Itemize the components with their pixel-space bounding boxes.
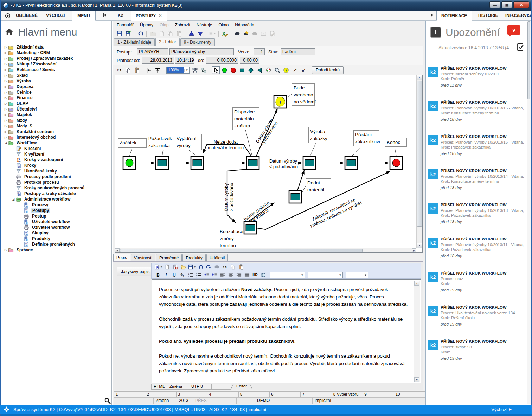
tab-oblibene[interactable]: OBLÍBENÉ xyxy=(11,11,42,20)
node-step-icon[interactable] xyxy=(238,66,246,74)
cut-icon[interactable]: ✂ xyxy=(115,66,123,74)
open-folder-icon[interactable] xyxy=(180,264,187,271)
fkey-8[interactable]: 8-Výběr vzoru xyxy=(332,391,363,397)
editor-vscrollbar[interactable]: ▲ ▼ xyxy=(414,281,420,382)
select-doc-icon[interactable]: ▼ xyxy=(154,264,163,271)
canvas-vscrollbar[interactable]: ▲ ▼ xyxy=(416,75,422,248)
folder-icon[interactable] xyxy=(8,45,14,50)
notification-item-8[interactable]: k2PŘIŠEL NOVÝ KROK WORKFLOWProces: Úkol … xyxy=(426,305,525,339)
num-list-icon[interactable]: 12 xyxy=(187,272,194,279)
sidebar-item-majetek[interactable]: ▷Majetek xyxy=(1,112,111,118)
sidebar-item-k-e-en-[interactable]: K řešení xyxy=(1,146,111,151)
sidebar-item-produkty[interactable]: 1234Produkty xyxy=(1,236,111,241)
flow-node-vyjadreni-vyroby[interactable] xyxy=(191,157,204,169)
cursor-icon[interactable] xyxy=(212,66,220,74)
expand-icon[interactable]: ▷ xyxy=(3,74,8,77)
scroll-up-icon[interactable]: ▲ xyxy=(417,75,422,80)
node-label-box[interactable]: Budevyrobenona vědomí xyxy=(292,84,316,106)
home-icon[interactable] xyxy=(5,28,14,36)
sidebar-item-ukon-en-kroky[interactable]: Ukončené kroky xyxy=(1,168,111,174)
folder-icon[interactable] xyxy=(8,118,14,123)
find-next-icon[interactable] xyxy=(242,30,250,38)
align-l-icon[interactable] xyxy=(219,272,226,279)
node-triangle-icon[interactable] xyxy=(256,66,264,74)
scroll-down-icon[interactable]: ▼ xyxy=(417,243,422,248)
magnifier-icon[interactable] xyxy=(273,66,281,74)
find-icon[interactable] xyxy=(213,264,220,271)
sidebar-item-v-roba[interactable]: ▷Výroba xyxy=(1,78,111,84)
table-icon[interactable]: 1234 xyxy=(24,208,29,213)
scroll-left-icon[interactable]: ◀ xyxy=(115,248,120,252)
bold-button[interactable]: B xyxy=(154,272,162,279)
tab-postupy-doc[interactable]: POSTUPY ✕ xyxy=(131,11,167,21)
node-decision-icon[interactable] xyxy=(264,66,273,74)
node-label-box[interactable]: Vyjádřenívýroby xyxy=(175,134,202,150)
menu-formular[interactable]: Formulář xyxy=(114,22,136,28)
align-c-icon[interactable] xyxy=(227,272,235,279)
align-r-icon[interactable] xyxy=(235,272,243,279)
table-icon[interactable]: 1234 xyxy=(24,202,29,208)
sidebar-item-postup[interactable]: Postup xyxy=(1,213,111,219)
dcopy-icon[interactable] xyxy=(124,66,132,74)
sidebar-item-celnice[interactable]: ▷Celnice xyxy=(1,89,111,95)
menu-nastroje[interactable]: Nástroje xyxy=(194,22,215,28)
collapse-icon[interactable]: ◢ xyxy=(11,198,16,201)
outdent-icon[interactable] xyxy=(203,272,210,279)
sidebar-item-postupy[interactable]: 1234Postupy xyxy=(1,208,111,213)
table-icon[interactable]: 1234 xyxy=(16,191,21,196)
search-icon[interactable] xyxy=(104,397,111,404)
node-info-icon[interactable]: i xyxy=(282,66,290,74)
detail-tab-produkty[interactable]: Produkty xyxy=(182,254,205,261)
vscroll-thumb[interactable] xyxy=(417,81,422,227)
sidebar-item-n-kup-z-sobov-n-[interactable]: ▷Nákup / Zásobování xyxy=(1,61,111,67)
funnel-icon[interactable] xyxy=(16,169,21,174)
poradi-kroku-button[interactable]: Pořadí kroků xyxy=(312,66,344,74)
form-tab-1[interactable]: 1 - Základní údaje xyxy=(114,38,155,46)
pencil-icon[interactable] xyxy=(16,146,21,151)
notification-item-9[interactable]: k2PŘIŠEL NOVÝ KROK WORKFLOWProces: skrip… xyxy=(426,339,525,373)
flow-node-konzultace-zmeny[interactable] xyxy=(244,221,257,234)
printer-icon[interactable] xyxy=(24,225,29,230)
expand-icon[interactable]: ▷ xyxy=(3,108,8,111)
sidebar-item-kontaktn-centrum[interactable]: ▷Kontaktní centrum xyxy=(1,129,111,134)
minimize-button[interactable]: ▬ xyxy=(489,1,500,8)
sidebar-item-kroky[interactable]: 1234Kroky xyxy=(1,163,111,168)
expand-icon[interactable]: ▷ xyxy=(3,51,8,55)
expand-icon[interactable]: ▷ xyxy=(3,125,8,128)
sidebar-item-reklamace-servis[interactable]: ▷Reklamace / Servis xyxy=(1,67,111,73)
menu-upravy[interactable]: Úpravy xyxy=(137,22,156,28)
expand-icon[interactable]: ▷ xyxy=(3,46,8,49)
notification-item-6[interactable]: k2PŘIŠEL NOVÝ KROK WORKFLOWProces: Pláno… xyxy=(426,237,525,271)
sidebar-item-sklad[interactable]: ▷Sklad xyxy=(1,73,111,78)
printer-icon[interactable] xyxy=(16,174,21,179)
fkey-5[interactable]: 5- xyxy=(238,391,269,397)
menu-zobrazit[interactable]: Zobrazit xyxy=(172,22,193,28)
sidebar-item-doprava[interactable]: ▷Doprava xyxy=(1,84,111,89)
table-icon[interactable]: 1234 xyxy=(24,236,29,241)
italic-button[interactable]: I xyxy=(162,272,170,279)
open-icon[interactable] xyxy=(149,30,156,38)
close-tab-icon[interactable]: ✕ xyxy=(159,13,162,18)
fkey-9[interactable]: 9- xyxy=(363,391,393,397)
notification-item-3[interactable]: k2PŘIŠEL NOVÝ KROK WORKFLOWProces: Pláno… xyxy=(426,134,525,168)
mail-icon[interactable] xyxy=(259,30,267,38)
table-icon[interactable]: 1234 xyxy=(24,219,29,225)
align-left-icon[interactable] xyxy=(145,66,153,74)
sidebar-item-marketing-crm[interactable]: ▷Marketing - CRM xyxy=(1,50,111,56)
zoom-combo[interactable]: 100%▼ xyxy=(166,67,190,74)
sidebar-item-olap[interactable]: ▷OLAP xyxy=(1,101,111,106)
scroll-down-icon[interactable]: ▼ xyxy=(414,377,419,382)
wizard-icon[interactable] xyxy=(200,66,208,74)
profile-label[interactable]: Výchozí F xyxy=(491,407,512,412)
doc-edit-icon[interactable] xyxy=(172,264,179,271)
folder-icon[interactable] xyxy=(8,62,14,67)
undo-icon[interactable] xyxy=(136,30,144,38)
fkey-2[interactable]: 2- xyxy=(145,391,176,397)
scroll-up-icon[interactable]: ▲ xyxy=(414,281,419,286)
do-date-field[interactable]: 0.00.0000 xyxy=(206,57,238,64)
expand-icon[interactable]: ▷ xyxy=(3,57,8,60)
flow-node-konec[interactable] xyxy=(390,157,403,169)
expand-icon[interactable]: ▷ xyxy=(3,68,8,71)
hscroll-thumb[interactable] xyxy=(120,249,363,252)
node-label-box[interactable]: Výrobazakázky xyxy=(309,127,331,143)
